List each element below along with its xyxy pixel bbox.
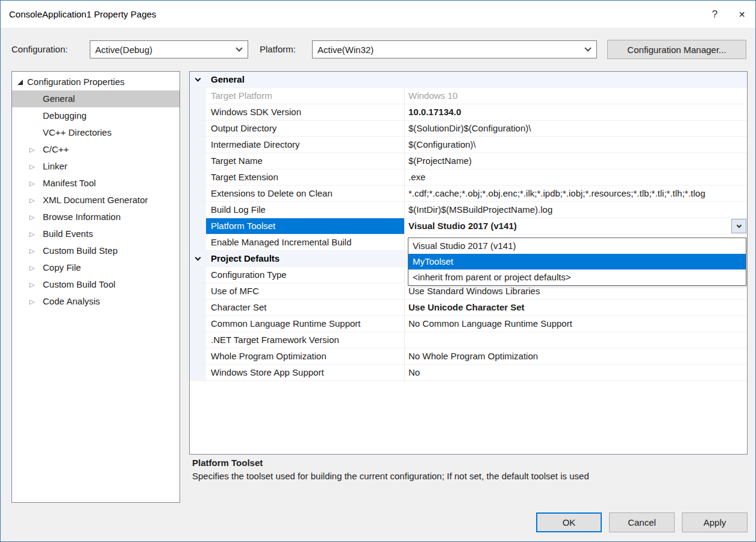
platform-label: Platform: [260,40,296,58]
property-value-cell[interactable] [405,332,747,348]
property-value: $(IntDir)$(MSBuildProjectName).log [408,204,552,215]
row-gutter [190,300,206,315]
property-value-cell[interactable]: Use Unicode Character Set [405,300,747,315]
property-value: No [408,367,420,377]
tree-collapsed-icon[interactable]: ▷ [30,209,34,225]
ok-button[interactable]: OK [536,512,602,532]
tree-item-custom-build-tool[interactable]: ▷Custom Build Tool [12,276,180,293]
property-value: $(SolutionDir)$(Configuration)\ [408,123,531,133]
property-value: Visual Studio 2017 (v141) [408,221,517,231]
property-value-cell[interactable]: Windows 10 [405,88,747,104]
tree-expanded-icon[interactable] [17,80,23,85]
tree-item-build-events[interactable]: ▷Build Events [12,225,180,242]
property-value-cell[interactable]: $(ProjectName) [405,153,747,169]
tree-collapsed-icon[interactable]: ▷ [30,242,34,259]
property-value-cell[interactable]: No [405,365,747,380]
property-row-extensions-to-delete-on-clean[interactable]: Extensions to Delete on Clean*.cdf;*.cac… [190,186,747,202]
help-button[interactable]: ? [701,1,728,28]
dropdown-option-visual-studio-2017-v141[interactable]: Visual Studio 2017 (v141) [408,238,746,254]
property-name: Platform Toolset [206,218,405,234]
apply-button[interactable]: Apply [682,512,748,532]
row-gutter [190,186,206,201]
property-row-target-extension[interactable]: Target Extension.exe [190,169,747,186]
property-row-net-target-framework-version[interactable]: .NET Target Framework Version [190,332,747,348]
property-name: Character Set [206,300,405,315]
configuration-label: Configuration: [11,40,67,58]
property-pages-dialog: { "window": { "title": "ConsoleApplicati… [0,0,756,542]
property-row-output-directory[interactable]: Output Directory$(SolutionDir)$(Configur… [190,121,747,137]
property-value-cell[interactable]: *.cdf;*.cache;*.obj;*.obj.enc;*.ilk;*.ip… [405,186,747,201]
chevron-down-icon [231,48,248,51]
tree-item-linker[interactable]: ▷Linker [12,158,180,175]
property-name: Whole Program Optimization [206,348,405,364]
tree-collapsed-icon[interactable]: ▷ [30,158,34,175]
property-value-cell[interactable]: $(IntDir)$(MSBuildProjectName).log [405,202,747,218]
tree-item-label: Linker [43,161,67,171]
tree-item-xml-document-generator[interactable]: ▷XML Document Generator [12,192,180,209]
property-row-target-platform[interactable]: Target PlatformWindows 10 [190,88,747,104]
property-value-cell[interactable]: No Common Language Runtime Support [405,316,747,332]
platform-select[interactable]: Active(Win32) [312,40,597,58]
property-value-cell[interactable]: $(Configuration)\ [405,137,747,153]
dialog-buttons: OK Cancel Apply [536,512,748,532]
row-gutter [190,332,206,348]
description-text: Specifies the toolset used for building … [192,471,745,481]
property-row-common-language-runtime-support[interactable]: Common Language Runtime SupportNo Common… [190,316,747,332]
group-header-label: General [206,72,747,87]
tree-item-configuration-properties[interactable]: Configuration Properties [12,74,180,90]
configuration-manager-button[interactable]: Configuration Manager... [607,40,746,59]
property-value-cell[interactable]: .exe [405,169,747,185]
configuration-select[interactable]: Active(Debug) [90,40,248,58]
platform-value: Active(Win32) [313,45,579,55]
dropdown-option-mytoolset[interactable]: MyToolset [408,254,746,269]
tree-collapsed-icon[interactable]: ▷ [30,276,34,293]
tree-item-debugging[interactable]: Debugging [12,107,180,124]
property-value: No Whole Program Optimization [408,351,538,361]
property-row-use-of-mfc[interactable]: Use of MFCUse Standard Windows Libraries [190,283,747,300]
property-value: $(Configuration)\ [408,139,476,150]
tree-item-vc-directories[interactable]: VC++ Directories [12,124,180,141]
tree-item-general[interactable]: General [12,90,180,107]
close-button[interactable]: ✕ [728,1,755,28]
tree-item-custom-build-step[interactable]: ▷Custom Build Step [12,242,180,259]
property-row-whole-program-optimization[interactable]: Whole Program OptimizationNo Whole Progr… [190,348,747,365]
tree-item-c-c[interactable]: ▷C/C++ [12,141,180,158]
tree-item-code-analysis[interactable]: ▷Code Analysis [12,293,180,310]
row-gutter [190,88,206,104]
tree-collapsed-icon[interactable]: ▷ [30,293,34,310]
tree-item-copy-file[interactable]: ▷Copy File [12,259,180,276]
tree-item-label: Configuration Properties [27,77,125,87]
property-value-cell[interactable]: $(SolutionDir)$(Configuration)\ [405,121,747,136]
tree-collapsed-icon[interactable]: ▷ [30,259,34,276]
tree-collapsed-icon[interactable]: ▷ [30,141,34,158]
row-gutter [190,104,206,120]
row-gutter [190,169,206,185]
tree-item-label: VC++ Directories [43,127,111,137]
property-value-cell[interactable]: No Whole Program Optimization [405,348,747,364]
tree-collapsed-icon[interactable]: ▷ [30,225,34,242]
group-header-general[interactable]: General [190,72,747,88]
cancel-button[interactable]: Cancel [609,512,675,532]
property-row-build-log-file[interactable]: Build Log File$(IntDir)$(MSBuildProjectN… [190,202,747,218]
tree-collapsed-icon[interactable]: ▷ [30,175,34,192]
property-row-windows-store-app-support[interactable]: Windows Store App SupportNo [190,365,747,381]
tree-item-label: Debugging [43,110,87,121]
property-row-windows-sdk-version[interactable]: Windows SDK Version10.0.17134.0 [190,104,747,121]
group-collapse-chevron-icon[interactable] [190,72,206,87]
property-value-cell[interactable]: Visual Studio 2017 (v141) [405,218,747,234]
group-collapse-chevron-icon[interactable] [190,251,206,266]
property-grid-rows: GeneralTarget PlatformWindows 10Windows … [190,72,747,381]
property-row-character-set[interactable]: Character SetUse Unicode Character Set [190,300,747,316]
property-row-intermediate-directory[interactable]: Intermediate Directory$(Configuration)\ [190,137,747,153]
window-title: ConsoleApplication1 Property Pages [1,9,156,19]
tree-item-browse-information[interactable]: ▷Browse Information [12,209,180,225]
property-row-platform-toolset[interactable]: Platform ToolsetVisual Studio 2017 (v141… [190,218,747,235]
tree-collapsed-icon[interactable]: ▷ [30,192,34,209]
row-gutter [190,316,206,332]
dropdown-option-inherit-from-parent-or-project-defaults[interactable]: <inherit from parent or project defaults… [408,269,746,285]
property-value-cell[interactable]: 10.0.17134.0 [405,104,747,120]
tree-item-manifest-tool[interactable]: ▷Manifest Tool [12,175,180,192]
property-value: Use Unicode Character Set [408,302,525,312]
property-row-target-name[interactable]: Target Name$(ProjectName) [190,153,747,169]
toolset-dropdown-button[interactable] [731,219,746,233]
